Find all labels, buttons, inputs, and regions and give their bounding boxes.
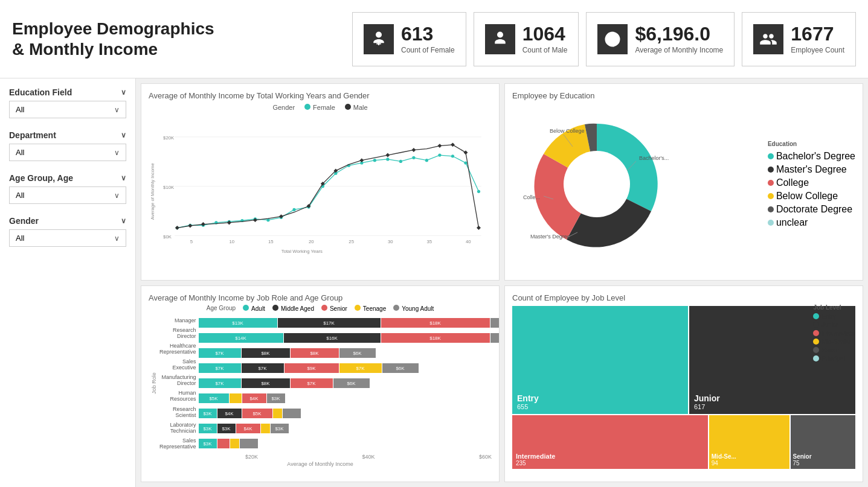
bar-hc-young: $6K [339, 348, 376, 358]
filter-value-education-field: All [16, 105, 24, 114]
line-chart-svg: $20K $10K $0K Average of Monthly Income … [149, 113, 492, 264]
bar-legend-teenage: Teenage [355, 305, 386, 312]
treemap-cell-intermediate[interactable]: Intermediate 235 [512, 415, 708, 469]
bar-bars-container: $13K $17K $18K $14K $14K $16K $18K $9K [199, 316, 500, 452]
svg-point-26 [292, 208, 295, 211]
kpi-label-count: Employee Count [791, 46, 844, 54]
select-chevron-gender: ∨ [114, 234, 120, 243]
donut-legend-text-Master's Degree: Master's Degree [776, 164, 847, 175]
treemap-cell-entry[interactable]: Entry 655 [512, 306, 688, 414]
treemap-legend-text-Entry: Entry [821, 313, 835, 320]
donut-dot-Doctorate Degree [768, 206, 774, 212]
svg-point-36 [425, 159, 428, 162]
donut-legend-text-Bachelor's Degree: Bachelor's Degree [776, 151, 855, 162]
bar-hr-adult: $5K [199, 393, 229, 403]
filter-select-age-group[interactable]: All ∨ [9, 186, 126, 204]
treemap-cell-midsenior[interactable]: Mid-Se... 94 [709, 415, 789, 469]
treemap-bottom-row: Intermediate 235 Mid-Se... 94 Senior 75 [512, 415, 855, 469]
bar-rs-adult: $3K [199, 409, 217, 418]
treemap-dot-Entry [813, 313, 819, 319]
kpi-values-female: 613 Count of Female [401, 24, 455, 54]
bar-hc-adult: $7K [199, 348, 241, 358]
donut-svg-container: Below College Bachelor's... Colle... Mas… [512, 106, 763, 265]
svg-text:30: 30 [388, 239, 393, 244]
donut-legend: Education Bachelor's Degree Master's Deg… [768, 141, 855, 231]
kpi-card-count: 1677 Employee Count [742, 12, 856, 66]
bar-hr-young: $3K [267, 393, 285, 403]
svg-marker-42 [188, 224, 192, 228]
svg-point-38 [451, 154, 454, 158]
filter-select-education-field[interactable]: All ∨ [9, 101, 126, 118]
treemap-junior-value: 617 [694, 403, 850, 410]
svg-text:15: 15 [268, 239, 274, 244]
svg-marker-56 [477, 226, 481, 230]
svg-text:20: 20 [309, 239, 314, 244]
bar-legend-label: Age Group [207, 305, 236, 312]
bar-hc-middle: $8K [242, 348, 290, 358]
chevron-icon-department: ∨ [121, 131, 126, 139]
treemap-top-row: Entry 655 Junior 617 [512, 306, 855, 414]
charts-area: Average of Monthly Income by Total Worki… [136, 78, 868, 487]
treemap-senior-label: Senior [793, 453, 854, 460]
treemap-midsenior-value: 94 [712, 460, 787, 466]
x-tick-40k: $40K [362, 454, 375, 460]
bar-mfg-young: $6K [333, 378, 370, 388]
treemap-dot-Mid-Senior [813, 339, 819, 345]
bar-sr-senior [217, 439, 230, 448]
treemap-title: Count of Employee by Job Level [512, 293, 855, 302]
filter-group-education-field: Education Field ∨ All ∨ [9, 88, 126, 118]
chevron-icon-age-group: ∨ [121, 174, 126, 182]
bar-lt-adult: $3K [199, 424, 217, 433]
bar-chart-body: Job Role Manager Research Director Healt… [149, 316, 492, 452]
treemap-legend-title: Job Level [813, 304, 855, 311]
bar-lt-senior: $4K [236, 424, 260, 433]
filter-value-age-group: All [16, 191, 24, 200]
donut-legend-items: Bachelor's Degree Master's Degree Colleg… [768, 151, 855, 228]
treemap-dot-Principal [813, 355, 819, 361]
role-lab-tech: Laboratory Technician [159, 422, 196, 434]
treemap-senior-value: 75 [793, 460, 854, 466]
bar-row-lab-tech: $3K $3K $4K $3K [199, 424, 500, 433]
svg-text:Average of Monthly Income: Average of Monthly Income [150, 163, 155, 220]
svg-marker-50 [359, 158, 364, 162]
filter-label-text-gender: Gender [9, 216, 39, 226]
bar-legend-youngadult: Young Adult [393, 305, 434, 312]
bar-row-manager: $13K $17K $18K $14K [199, 318, 500, 328]
svg-text:$10K: $10K [163, 185, 175, 190]
treemap-legend-item-entry: Entry [813, 313, 855, 320]
chevron-icon-education-field: ∨ [121, 88, 126, 97]
bar-sr-young [240, 439, 258, 448]
treemap-legend-item-principal: Principal [813, 355, 855, 362]
donut-dot-Bachelor's Degree [768, 153, 774, 159]
donut-legend-text-Doctorate Degree: Doctorate Degree [776, 204, 852, 215]
bar-row-hr: $5K $4K $3K [199, 393, 500, 403]
svg-text:Bachelor's...: Bachelor's... [639, 155, 669, 161]
bar-rs-middle: $4K [217, 409, 242, 418]
x-tick-60k: $60K [479, 454, 492, 460]
bar-row-manufacturing: $7K $8K $7K $6K [199, 378, 500, 388]
bar-rs-teenage [273, 409, 282, 418]
bar-mfg-senior: $7K [291, 378, 333, 388]
income-icon [597, 24, 628, 54]
treemap-container: Entry 655 Junior 617 Intermediate 235 [512, 306, 855, 469]
svg-point-37 [438, 153, 441, 156]
donut-legend-item-doctorate-degree: Doctorate Degree [768, 204, 855, 215]
select-chevron-education-field: ∨ [114, 106, 120, 114]
filter-select-gender[interactable]: All ∨ [9, 229, 126, 247]
bar-manager-young: $14K [490, 318, 500, 328]
bar-y-label: Job Role [149, 316, 159, 452]
line-chart-panel: Average of Monthly Income by Total Worki… [141, 83, 500, 281]
donut-legend-text-unclear: unclear [776, 217, 808, 228]
filter-select-department[interactable]: All ∨ [9, 144, 126, 161]
kpi-label-income: Average of Monthly Income [635, 46, 723, 54]
bar-manager-middle: $17K [278, 318, 381, 328]
donut-legend-item-bachelor's-degree: Bachelor's Degree [768, 151, 855, 162]
filter-group-age-group: Age Group, Age ∨ All ∨ [9, 173, 126, 204]
treemap-legend: Job Level Entry Junior Intermediate Mid-… [813, 304, 855, 364]
filter-label-age-group: Age Group, Age ∨ [9, 173, 126, 183]
bar-manager-adult: $13K [199, 318, 277, 328]
donut-legend-item-college: College [768, 177, 855, 188]
filter-value-gender: All [16, 234, 24, 243]
treemap-legend-text-Intermediate: Intermediate [821, 330, 855, 337]
treemap-cell-senior[interactable]: Senior 75 [791, 415, 856, 469]
